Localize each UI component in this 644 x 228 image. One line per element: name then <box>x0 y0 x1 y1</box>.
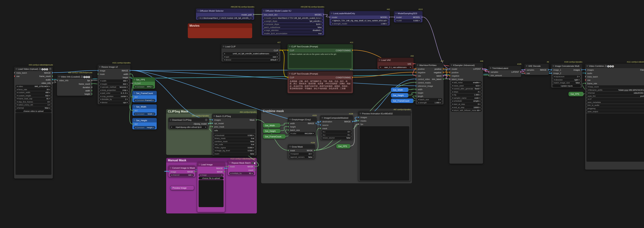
clip-input-slot[interactable] <box>287 50 288 51</box>
spinner-right-icon[interactable]: ▶ <box>440 99 441 100</box>
latent-output-slot[interactable] <box>520 71 522 73</box>
direction-widget[interactable]: ◀directionright▶ <box>552 78 581 81</box>
mask-output-slot[interactable] <box>255 166 256 167</box>
use-cuda-widget[interactable]: use_cudatrue <box>214 143 256 146</box>
image-output-slot[interactable] <box>352 121 353 122</box>
frame-count-output-slot[interactable] <box>92 83 92 85</box>
spinner-left-icon[interactable]: ◀ <box>224 56 225 58</box>
strength-widget[interactable]: ◀strength1.000▶ <box>417 101 442 104</box>
node-get-width-g[interactable]: Get_Width <box>263 123 280 128</box>
conditioning-output-slot[interactable] <box>352 50 353 51</box>
node-get-fps-pa[interactable]: Get_FPS <box>336 144 350 149</box>
sampler-name-widget[interactable]: ◀sampler_nameeuler▶ <box>451 97 482 99</box>
spinner-right-icon[interactable]: ▶ <box>386 23 388 25</box>
collapse-icon[interactable] <box>214 115 215 117</box>
vae-input-slot[interactable] <box>416 75 416 77</box>
node-video-combine[interactable]: Video Combine 🎥🅥🅗🅢imagesFilenamesaudiome… <box>585 64 644 170</box>
destination-input-slot[interactable] <box>320 121 321 122</box>
spinner-left-icon[interactable]: ◀ <box>198 17 200 19</box>
spinner-left-icon[interactable]: ◀ <box>554 76 555 77</box>
image-1-input-slot[interactable] <box>551 69 552 71</box>
spinner-left-icon[interactable]: ◀ <box>200 174 201 176</box>
spinner-right-icon[interactable]: ▶ <box>127 95 128 97</box>
node-load-video[interactable]: Load Video (Upload) 🎥🅥🅗🅢?meta_batchIMAGE… <box>14 67 53 179</box>
loop-count-widget[interactable]: ◀loop_count0▶ <box>586 85 644 88</box>
node-batch-clipseg-header[interactable]: Batch CLIPSeg <box>212 114 257 118</box>
collapse-icon[interactable] <box>170 167 172 168</box>
spinner-left-icon[interactable]: ◀ <box>135 100 136 101</box>
node-image-composite-masked-header[interactable]: ImageCompositeMasked <box>320 116 353 120</box>
patch-cublaslinear-widget[interactable]: patch_cublaslinearfalse <box>263 26 323 29</box>
spinner-left-icon[interactable]: ◀ <box>16 92 18 93</box>
height-widget[interactable]: ◀height832▶ <box>99 83 129 85</box>
images-input-slot[interactable] <box>212 119 213 121</box>
spinner-left-icon[interactable]: ◀ <box>224 59 225 61</box>
int-input-slot[interactable] <box>132 123 133 125</box>
format-widget[interactable]: ◀formatWan▶ <box>16 107 52 109</box>
output-slot[interactable] <box>413 100 414 102</box>
custom-height-widget[interactable]: ◀custom_height832▶ <box>16 94 52 97</box>
spinner-left-icon[interactable]: ◀ <box>100 92 101 94</box>
collapse-icon[interactable] <box>289 46 290 47</box>
output-slot[interactable] <box>408 95 408 96</box>
constant-widget[interactable]: ◀ConstantWidth▶ <box>134 113 155 115</box>
pingpong-widget[interactable]: pingpongfalse <box>586 107 644 110</box>
node-preview-image-collapsed[interactable]: Preview Image <box>170 185 194 190</box>
spinner-right-icon[interactable]: ▶ <box>253 147 254 148</box>
mask-input-slot[interactable] <box>228 166 228 167</box>
collapse-icon[interactable] <box>360 113 361 114</box>
spinner-left-icon[interactable]: ◀ <box>230 172 231 174</box>
spinner-left-icon[interactable]: ◀ <box>452 94 453 96</box>
clip-negative-text[interactable]: 色调艳丽，过曝，静态，细节模糊不清，字幕，风格，作品，画作，画面，静止，整体发灰… <box>289 80 352 92</box>
height-input-slot[interactable] <box>288 126 289 127</box>
images-input-slot[interactable] <box>585 69 586 71</box>
spinner-right-icon[interactable]: ▶ <box>49 101 50 103</box>
spinner-right-icon[interactable]: ▶ <box>253 150 254 151</box>
node-vae-decode[interactable]: VAE DecodesamplesIMAGEvae <box>524 64 549 75</box>
match-image-size-widget[interactable]: match_image_sizefalse <box>552 81 581 84</box>
image-input-slot[interactable] <box>168 171 169 172</box>
float-input-slot[interactable] <box>132 83 133 84</box>
node-load-vae-header[interactable]: Load VAE <box>378 58 414 62</box>
collapse-icon[interactable] <box>322 117 323 119</box>
spinner-right-icon[interactable]: ▶ <box>49 95 50 96</box>
spinner-right-icon[interactable]: ▶ <box>252 172 253 174</box>
filename-prefix-widget[interactable]: ◀filename_prefix%date:yyyy-MM-dd%/VACE/v… <box>586 88 644 91</box>
spinner-right-icon[interactable]: ▶ <box>49 104 50 106</box>
video-widget[interactable]: ◀videoIMG_6755.MOV▶ <box>16 85 52 88</box>
inputcount-widget[interactable]: ◀inputcount2▶ <box>552 75 581 78</box>
spinner-left-icon[interactable]: ◀ <box>322 131 324 133</box>
spinner-right-icon[interactable]: ▶ <box>480 91 481 93</box>
opt-model-input-slot[interactable] <box>212 123 213 124</box>
collapse-icon[interactable] <box>553 65 554 67</box>
spinner-left-icon[interactable]: ◀ <box>224 53 225 55</box>
audio-input-slot[interactable] <box>585 73 586 74</box>
node-video-info-header[interactable]: Video Info (Loaded) 🎥🅥🅗🅢 <box>57 75 92 79</box>
image-output-slot[interactable] <box>224 167 225 169</box>
mask-output-slot[interactable] <box>194 171 196 172</box>
collapse-icon[interactable] <box>290 119 291 120</box>
node-batch-clipseg[interactable]: Batch CLIPSegimagesMaskopt_modelprev_mas… <box>212 114 257 156</box>
height-output-slot[interactable] <box>92 93 92 95</box>
node-load-image-header[interactable]: Load Image <box>197 162 225 167</box>
prev-mask-input-slot[interactable] <box>212 126 213 127</box>
spinner-left-icon[interactable]: ◀ <box>264 17 265 19</box>
collapse-icon[interactable] <box>417 65 418 66</box>
spinner-left-icon[interactable]: ◀ <box>171 126 172 128</box>
save-metadata-widget[interactable]: save_metadatatrue <box>586 101 644 104</box>
node-get-height-b[interactable]: Get_Height <box>391 93 408 98</box>
spinner-left-icon[interactable]: ◀ <box>16 104 18 106</box>
latent-output-slot[interactable] <box>482 68 483 70</box>
spinner-right-icon[interactable]: ▶ <box>480 103 481 105</box>
spinner-left-icon[interactable]: ◀ <box>452 109 453 111</box>
collapse-icon[interactable] <box>134 106 135 107</box>
output-slot[interactable] <box>350 146 350 147</box>
model-output-slot[interactable] <box>422 16 422 18</box>
spinner-right-icon[interactable]: ▶ <box>311 153 312 155</box>
output-slot[interactable] <box>285 136 286 137</box>
sage-attention-widget[interactable]: ◀sage_attentiondisabled▶ <box>263 29 323 32</box>
spinner-left-icon[interactable]: ◀ <box>452 82 453 83</box>
mask-input-slot[interactable] <box>288 150 289 151</box>
node-vae-decode-header[interactable]: VAE Decode <box>524 64 549 68</box>
images-input-slot[interactable] <box>358 117 359 118</box>
